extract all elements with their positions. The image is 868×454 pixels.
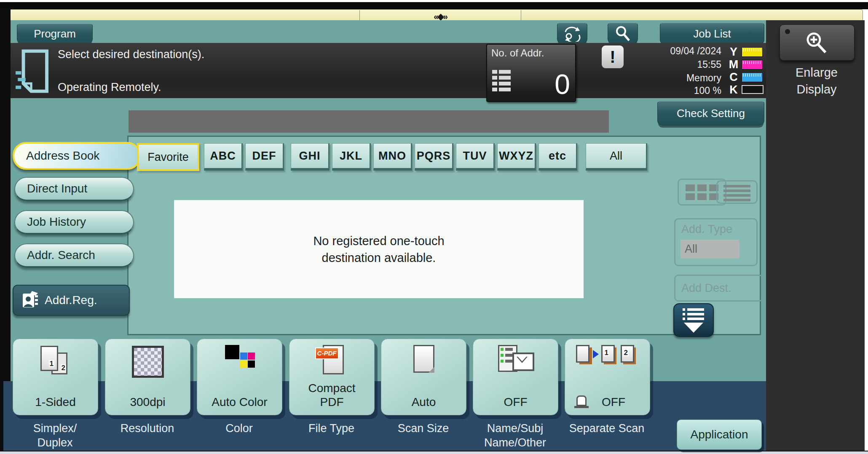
separate-scan-value: OFF — [582, 395, 645, 409]
tab-job-history-label: Job History — [27, 215, 86, 229]
check-setting-button[interactable]: Check Setting — [657, 101, 764, 126]
compact-pdf-icon: C-PDF — [314, 344, 350, 377]
list-envelope-icon — [498, 345, 533, 371]
address-type-filter[interactable]: Add. Type All — [674, 218, 758, 266]
toner-letter-c: C — [728, 71, 739, 84]
scan-document-icon — [16, 49, 50, 93]
address-type-label: Add. Type — [681, 223, 732, 236]
toner-gauge-yellow — [742, 47, 763, 57]
index-tab-ghi[interactable]: GHI — [291, 143, 330, 171]
index-tab-label: MNO — [378, 150, 406, 163]
number-of-addresses-box: No. of Addr. 0 — [486, 44, 576, 102]
toner-gauge-cyan — [742, 72, 763, 82]
led-dot — [785, 29, 790, 34]
color-label: Color — [197, 421, 281, 435]
memory-value: 100 % — [637, 85, 721, 96]
toner-letter-m: M — [728, 58, 739, 71]
toner-gauge-black — [742, 85, 764, 94]
speech-sync-icon — [563, 25, 581, 42]
index-tab-tuv[interactable]: TUV — [456, 143, 495, 171]
separate-scan-label: Separate Scan — [556, 421, 657, 435]
address-card-icon — [20, 291, 39, 310]
separate-scan-button[interactable]: 1 2 OFF — [565, 339, 650, 415]
color-button[interactable]: Auto Color — [197, 339, 282, 415]
tab-direct-input[interactable]: Direct Input — [14, 177, 134, 201]
toner-gauge-magenta — [742, 60, 763, 69]
check-setting-label: Check Setting — [677, 107, 745, 120]
name-subject-value: OFF — [473, 395, 558, 409]
index-tab-label: JKL — [340, 150, 362, 163]
job-list-button-label: Job List — [693, 27, 731, 40]
magnifier-plus-icon — [804, 31, 829, 55]
index-tab-label: ABC — [210, 150, 236, 163]
index-tab-mno[interactable]: MNO — [373, 143, 412, 171]
scan-size-label: Scan Size — [381, 421, 466, 435]
destination-summary-bar — [129, 110, 609, 133]
name-subject-label: Name/Subj Name/Other — [473, 421, 557, 450]
index-tab-label: WXYZ — [499, 150, 533, 163]
add-destination-button[interactable]: Add Dest. — [674, 275, 764, 302]
job-list-button[interactable]: Job List — [660, 23, 764, 45]
resolution-button[interactable]: 300dpi — [105, 339, 190, 415]
tab-direct-input-label: Direct Input — [27, 182, 87, 195]
warning-alert-button[interactable]: ! — [602, 45, 624, 68]
index-tab-etc[interactable]: etc — [538, 143, 577, 171]
checkerboard-icon — [132, 346, 164, 378]
index-tab-label: All — [610, 150, 622, 163]
separate-scan-icon: 1 2 — [576, 345, 639, 369]
address-type-value: All — [680, 240, 739, 258]
index-tab-abc[interactable]: ABC — [204, 143, 243, 171]
scroll-down-button[interactable] — [673, 303, 714, 337]
language-sync-button[interactable] — [557, 23, 587, 44]
no-of-addr-count: 0 — [555, 68, 570, 100]
resolution-label: Resolution — [105, 421, 190, 435]
search-button[interactable] — [608, 23, 638, 44]
destination-list-area: No registered one-touch destination avai… — [174, 200, 584, 298]
tab-address-book[interactable]: Address Book — [13, 142, 141, 170]
enlarge-display-label: Enlarge Display — [780, 64, 854, 98]
toner-letter-k: K — [728, 83, 739, 96]
simplex-duplex-label: Simplex/ Duplex — [13, 421, 97, 450]
program-button-label: Program — [34, 27, 76, 40]
index-tab-wxyz[interactable]: WXYZ — [497, 143, 536, 171]
index-tab-jkl[interactable]: JKL — [332, 143, 371, 171]
application-button[interactable]: Application — [677, 419, 762, 450]
address-register-button[interactable]: Addr.Reg. — [13, 285, 130, 316]
tab-addr-search-label: Addr. Search — [27, 248, 95, 262]
index-tab-label: etc — [549, 150, 566, 163]
add-destination-label: Add Dest. — [681, 282, 731, 295]
search-icon — [614, 25, 631, 42]
address-register-label: Addr.Reg. — [45, 294, 97, 307]
index-tab-pqrs[interactable]: PQRS — [415, 143, 453, 171]
tab-addr-search[interactable]: Addr. Search — [14, 243, 134, 268]
mfp-touchscreen: «◆» Program Job List — [0, 0, 868, 454]
scan-size-button[interactable]: Auto — [381, 339, 466, 415]
application-button-label: Application — [691, 428, 748, 441]
index-tab-favorite[interactable]: Favorite — [137, 143, 199, 171]
simplex-duplex-value: 1-Sided — [13, 395, 98, 409]
memory-label: Memory — [637, 72, 721, 84]
status-message: Select desired destination(s). — [58, 48, 204, 61]
index-tab-label: PQRS — [417, 150, 451, 163]
view-list-toggle[interactable] — [716, 180, 758, 204]
color-value: Auto Color — [197, 395, 282, 409]
index-tab-label: Favorite — [147, 151, 189, 164]
index-tab-def[interactable]: DEF — [245, 143, 284, 171]
status-date: 09/04 /2024 — [637, 45, 721, 57]
two-pages-icon: 2 1 — [40, 346, 72, 377]
blank-page-icon — [413, 345, 434, 373]
name-subject-button[interactable]: OFF — [473, 339, 558, 415]
tab-address-book-label: Address Book — [26, 149, 99, 163]
index-tab-label: DEF — [252, 150, 276, 163]
file-type-value: Compact PDF — [289, 381, 374, 409]
index-tab-all[interactable]: All — [586, 143, 647, 171]
index-tab-label: GHI — [299, 150, 320, 163]
empty-message-line2: destination available. — [322, 249, 436, 266]
status-time: 15:55 — [637, 59, 721, 70]
enlarge-display-button[interactable] — [780, 24, 855, 61]
simplex-duplex-button[interactable]: 2 1 1-Sided — [13, 339, 98, 415]
file-type-button[interactable]: C-PDF Compact PDF — [289, 339, 375, 415]
no-of-addr-label: No. of Addr. — [491, 47, 544, 59]
tab-job-history[interactable]: Job History — [14, 210, 134, 235]
program-button[interactable]: Program — [17, 24, 93, 44]
